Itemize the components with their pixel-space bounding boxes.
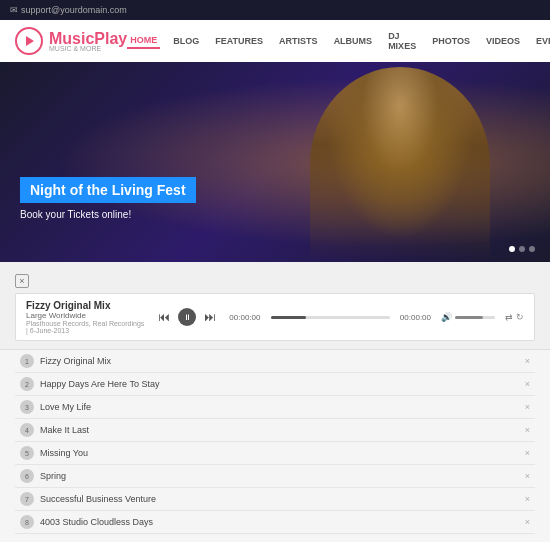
- hero-content: Night of the Living Fest Book your Ticke…: [20, 177, 196, 222]
- hero-dot-3[interactable]: [529, 246, 535, 252]
- playlist-remove-button[interactable]: ×: [525, 494, 530, 504]
- player-bar: Fizzy Original Mix Large Worldwide Plast…: [15, 293, 535, 341]
- email-bar: ✉ support@yourdomain.com: [10, 5, 127, 15]
- hero-dot-1[interactable]: [509, 246, 515, 252]
- playlist-num: 1: [20, 354, 34, 368]
- player-controls: ⏮ ⏸ ⏭: [155, 308, 219, 326]
- playlist-num: 4: [20, 423, 34, 437]
- volume-fill: [455, 316, 483, 319]
- nav-artists[interactable]: ARTISTS: [276, 34, 321, 48]
- shuffle-button[interactable]: ⇄: [505, 312, 513, 322]
- volume-area: 🔊: [441, 312, 495, 322]
- player-artist: Large Worldwide: [26, 311, 145, 320]
- hero-dots: [509, 246, 535, 252]
- hero-dot-2[interactable]: [519, 246, 525, 252]
- top-bar: ✉ support@yourdomain.com: [0, 0, 550, 20]
- logo-text-container: MusicPlay MUSIC & MORE: [49, 30, 127, 52]
- main-nav: HOME BLOG FEATURES ARTISTS ALBUMS DJ MIX…: [127, 29, 550, 53]
- playlist-remove-button[interactable]: ×: [525, 402, 530, 412]
- nav-djmixes[interactable]: DJ MIXES: [385, 29, 419, 53]
- prev-button[interactable]: ⏮: [155, 308, 173, 326]
- time-display: 00:00:00: [229, 313, 260, 322]
- progress-fill: [271, 316, 307, 319]
- playlist-item[interactable]: 4 Make It Last ×: [15, 419, 535, 442]
- playlist-name: Make It Last: [40, 425, 519, 435]
- nav-blog[interactable]: BLOG: [170, 34, 202, 48]
- playlist-num: 5: [20, 446, 34, 460]
- playlist-remove-button[interactable]: ×: [525, 471, 530, 481]
- player-section: × Fizzy Original Mix Large Worldwide Pla…: [0, 262, 550, 350]
- time-total-display: 00:00:00: [400, 313, 431, 322]
- nav-features[interactable]: FEATURES: [212, 34, 266, 48]
- nav-albums[interactable]: ALBUMS: [331, 34, 376, 48]
- header: MusicPlay MUSIC & MORE HOME BLOG FEATURE…: [0, 20, 550, 62]
- playlist-item[interactable]: 8 4003 Studio Cloudless Days ×: [15, 511, 535, 534]
- playlist-num: 6: [20, 469, 34, 483]
- player-extra-controls: ⇄ ↻: [505, 312, 524, 322]
- volume-icon: 🔊: [441, 312, 452, 322]
- logo[interactable]: MusicPlay MUSIC & MORE: [15, 27, 127, 55]
- email-text: support@yourdomain.com: [21, 5, 127, 15]
- time-current: 00:00:00: [229, 313, 260, 322]
- email-icon: ✉: [10, 5, 18, 15]
- nav-photos[interactable]: PHOTOS: [429, 34, 473, 48]
- playlist-item[interactable]: 5 Missing You ×: [15, 442, 535, 465]
- logo-icon: [15, 27, 43, 55]
- hero-subtitle: Book your Tickets online!: [20, 207, 196, 222]
- volume-bar[interactable]: [455, 316, 495, 319]
- playlist-remove-button[interactable]: ×: [525, 517, 530, 527]
- play-pause-button[interactable]: ⏸: [178, 308, 196, 326]
- nav-events[interactable]: EVENTS: [533, 34, 550, 48]
- playlist-remove-button[interactable]: ×: [525, 356, 530, 366]
- progress-bar[interactable]: [271, 316, 390, 319]
- player-meta: Plasthouse Records, Real Recordings | 6-…: [26, 320, 145, 334]
- playlist-num: 7: [20, 492, 34, 506]
- hero-section: Night of the Living Fest Book your Ticke…: [0, 62, 550, 262]
- playlist-name: Fizzy Original Mix: [40, 356, 519, 366]
- playlist-remove-button[interactable]: ×: [525, 448, 530, 458]
- playlist-num: 8: [20, 515, 34, 529]
- repeat-button[interactable]: ↻: [516, 312, 524, 322]
- playlist-item[interactable]: 1 Fizzy Original Mix ×: [15, 350, 535, 373]
- player-info: Fizzy Original Mix Large Worldwide Plast…: [26, 300, 145, 334]
- hero-performer: [310, 67, 490, 262]
- playlist-item[interactable]: 3 Love My Life ×: [15, 396, 535, 419]
- playlist-num: 3: [20, 400, 34, 414]
- nav-videos[interactable]: VIDEOS: [483, 34, 523, 48]
- time-total: 00:00:00: [400, 313, 431, 322]
- playlist-item[interactable]: 7 Successful Business Venture ×: [15, 488, 535, 511]
- playlist-name: Successful Business Venture: [40, 494, 519, 504]
- playlist-item[interactable]: 2 Happy Days Are Here To Stay ×: [15, 373, 535, 396]
- player-close-button[interactable]: ×: [15, 274, 29, 288]
- hero-title: Night of the Living Fest: [20, 177, 196, 203]
- playlist-remove-button[interactable]: ×: [525, 379, 530, 389]
- playlist-name: 4003 Studio Cloudless Days: [40, 517, 519, 527]
- playlist: 1 Fizzy Original Mix × 2 Happy Days Are …: [0, 350, 550, 542]
- playlist-item[interactable]: 6 Spring ×: [15, 465, 535, 488]
- playlist-name: Love My Life: [40, 402, 519, 412]
- nav-home[interactable]: HOME: [127, 33, 160, 49]
- playlist-name: Missing You: [40, 448, 519, 458]
- player-track-name: Fizzy Original Mix: [26, 300, 145, 311]
- next-button[interactable]: ⏭: [201, 308, 219, 326]
- playlist-name: Spring: [40, 471, 519, 481]
- playlist-name: Happy Days Are Here To Stay: [40, 379, 519, 389]
- playlist-num: 2: [20, 377, 34, 391]
- playlist-remove-button[interactable]: ×: [525, 425, 530, 435]
